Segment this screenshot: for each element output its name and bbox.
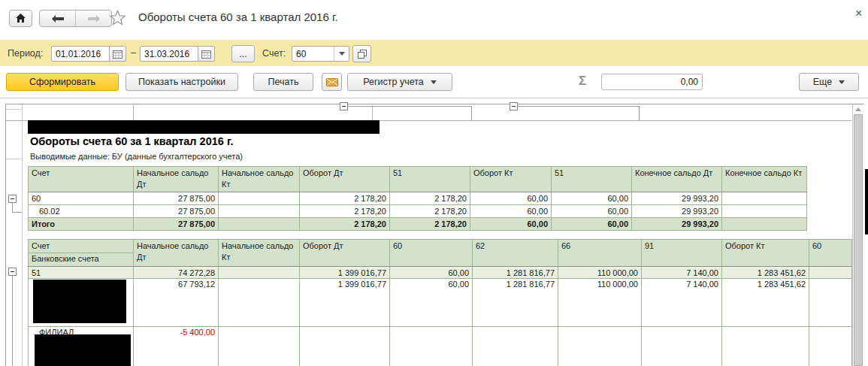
header-cell: 60 xyxy=(390,240,473,267)
header-cell: 62 xyxy=(473,240,558,267)
value-cell xyxy=(473,327,558,366)
collapse-column-group-button[interactable] xyxy=(340,102,348,110)
back-icon xyxy=(52,15,64,23)
sum-field[interactable]: 0,00 xyxy=(601,74,703,90)
scrollbar-thumb[interactable] xyxy=(854,114,863,366)
table-row: 60.02 27 875,00 2 178,20 2 178,20 60,00 … xyxy=(29,205,807,218)
header-cell: Оборот Дт xyxy=(300,240,390,267)
row-group-bracket xyxy=(12,276,13,366)
value-cell: 2 178,20 xyxy=(390,192,470,205)
date-to-calendar-button[interactable] xyxy=(198,46,215,62)
value-cell: 2 178,20 xyxy=(390,205,470,218)
total-label-cell: Итого xyxy=(29,218,134,231)
table-row: ФИЛИАЛ -5 400,00 xyxy=(29,327,852,366)
generate-button[interactable]: Сформировать xyxy=(6,73,119,91)
value-cell: 60,00 xyxy=(470,205,552,218)
value-cell: 29 993,20 xyxy=(632,218,722,231)
date-to-input[interactable]: 31.03.2016 xyxy=(140,46,198,62)
chevron-down-icon xyxy=(839,80,845,84)
value-cell: 2 178,20 xyxy=(300,205,390,218)
home-icon xyxy=(15,14,26,23)
date-from-calendar-button[interactable] xyxy=(109,46,126,62)
value-cell: 1 281 816,77 xyxy=(473,267,558,279)
collapse-row-group-button[interactable] xyxy=(8,268,17,276)
header-cell: Оборот Кт xyxy=(470,167,552,192)
account-combo[interactable]: 60 xyxy=(292,46,349,62)
value-cell xyxy=(722,327,809,366)
value-cell: 60,00 xyxy=(552,205,632,218)
send-email-button[interactable] xyxy=(322,73,342,91)
toolbar-divider xyxy=(0,98,868,98)
header-cell: 51 xyxy=(390,167,470,192)
back-button[interactable] xyxy=(40,11,76,26)
forward-icon xyxy=(88,15,100,23)
register-button[interactable]: Регистр учета xyxy=(347,73,452,91)
value-cell xyxy=(390,327,473,366)
gutter-row-line xyxy=(6,159,22,159)
value-cell: 1 283 451,62 xyxy=(722,267,809,279)
report-subtitle: Выводимые данные: БУ (данные бухгалтерск… xyxy=(30,152,243,161)
favorite-star-icon[interactable] xyxy=(109,9,126,29)
header-cell: Начальное сальдо Кт xyxy=(219,167,300,192)
value-cell xyxy=(219,192,300,205)
home-button[interactable] xyxy=(9,10,32,27)
table-header-row: Счет Начальное сальдо Дт Начальное сальд… xyxy=(29,167,807,192)
sheet-column-line xyxy=(133,105,134,120)
value-cell xyxy=(642,327,722,366)
collapse-column-group-button[interactable] xyxy=(510,102,518,110)
history-button-group xyxy=(39,10,112,27)
open-window-icon xyxy=(358,50,367,59)
header-cell: Конечное сальдо Кт xyxy=(722,167,807,192)
value-cell: 74 272,28 xyxy=(134,267,219,279)
value-cell xyxy=(558,327,642,366)
subaccount-cell: 60.02 xyxy=(29,205,134,218)
value-cell: 2 178,20 xyxy=(300,192,390,205)
panel-border-left xyxy=(5,104,6,366)
account-dropdown-button[interactable] xyxy=(334,47,349,61)
more-button[interactable]: Еще xyxy=(799,73,859,91)
value-cell: 60,00 xyxy=(470,192,552,205)
value-cell: 1 399 016,77 xyxy=(300,279,390,327)
report-window: Обороты счета 60 за 1 квартал 2016 г. × … xyxy=(0,0,868,366)
window-title: Обороты счета 60 за 1 квартал 2016 г. xyxy=(138,11,338,23)
value-cell: 60,00 xyxy=(552,192,632,205)
print-button[interactable]: Печать xyxy=(253,73,313,91)
value-cell: 67 793,12 xyxy=(134,279,219,327)
header-cell: Начальное сальдо Дт xyxy=(134,240,219,267)
turnover-table-account-60: Счет Начальное сальдо Дт Начальное сальд… xyxy=(28,166,807,231)
column-group-bracket xyxy=(348,106,471,107)
total-row: Итого 27 875,00 2 178,20 2 178,20 60,00 … xyxy=(29,218,807,231)
account-label: Счет: xyxy=(262,48,286,59)
table-header-row: Счет Банковские счета Начальное сальдо Д… xyxy=(29,240,852,267)
choose-period-button[interactable]: ... xyxy=(231,45,255,62)
forward-button[interactable] xyxy=(76,11,111,26)
value-cell xyxy=(219,218,300,231)
redaction-company-name xyxy=(28,120,380,134)
value-cell: 1 281 816,77 xyxy=(473,279,558,327)
row-group-bracket xyxy=(12,203,13,212)
register-button-label: Регистр учета xyxy=(363,77,424,87)
account-value: 60 xyxy=(292,49,334,59)
redaction-branch-name xyxy=(35,334,131,366)
panel-border-top xyxy=(5,104,864,104)
redaction-right-edge xyxy=(865,169,868,234)
chevron-down-icon xyxy=(339,52,345,56)
open-account-button[interactable] xyxy=(352,45,371,62)
calendar-icon xyxy=(113,50,122,59)
collapse-row-group-button[interactable] xyxy=(8,195,17,203)
table-row: 67 793,12 1 399 016,77 60,00 1 281 816,7… xyxy=(29,279,852,327)
period-label: Период: xyxy=(8,48,43,59)
value-cell: 1 283 451,62 xyxy=(722,279,809,327)
value-cell: 27 875,00 xyxy=(134,192,219,205)
show-settings-button[interactable]: Показать настройки xyxy=(126,73,238,91)
value-cell xyxy=(722,218,807,231)
close-button[interactable]: × xyxy=(855,7,862,20)
scroll-up-arrow-icon[interactable] xyxy=(855,107,861,111)
turnover-table-account-51: Счет Банковские счета Начальное сальдо Д… xyxy=(28,239,852,366)
value-cell xyxy=(219,327,300,366)
chevron-down-icon xyxy=(431,80,437,84)
date-from-input[interactable]: 01.01.2016 xyxy=(51,46,110,62)
report-title: Обороты счета 60 за 1 квартал 2016 г. xyxy=(30,135,234,147)
value-cell xyxy=(722,205,807,218)
value-cell xyxy=(219,279,300,327)
